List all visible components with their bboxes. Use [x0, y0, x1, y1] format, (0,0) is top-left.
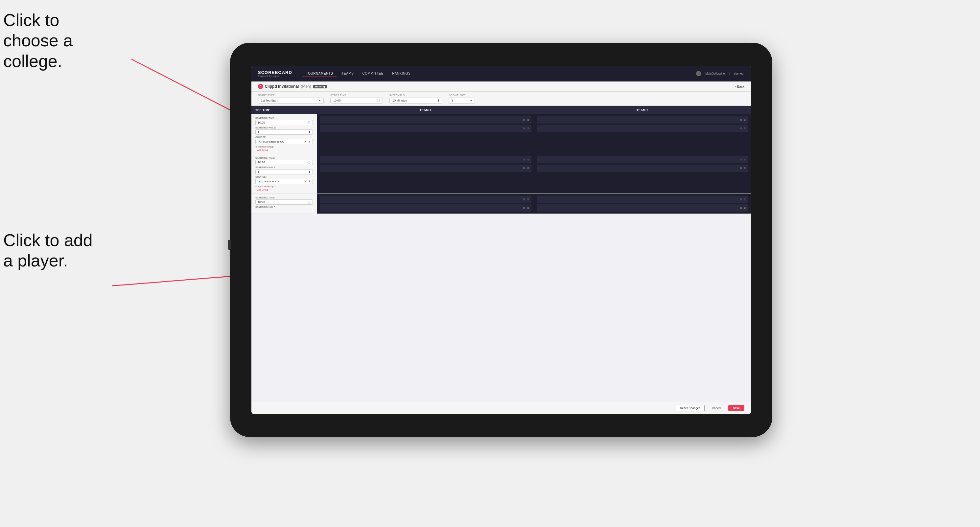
- team2-cell-1: ✕ ⬍ ✕ ⬍: [534, 114, 751, 154]
- slot-expand-icon-8[interactable]: ⬍: [744, 167, 746, 170]
- start-type-label: Start Type: [258, 94, 324, 97]
- slot-close-icon-11[interactable]: ✕: [740, 198, 742, 201]
- back-button[interactable]: ‹ Back: [735, 85, 745, 88]
- player-slot-3-1[interactable]: ✕ ⬍: [320, 156, 531, 163]
- slot-expand-icon-5[interactable]: ⬍: [527, 158, 530, 161]
- nav-tournaments[interactable]: TOURNAMENTS: [302, 70, 337, 77]
- slot-expand-icon-9[interactable]: ⬍: [527, 198, 530, 201]
- cancel-button[interactable]: Cancel: [708, 405, 725, 411]
- group-left-1: STARTING TIME: 10:00 🕙 STARTING HOLE: 1 …: [251, 114, 317, 154]
- starting-hole-label-2: STARTING HOLE:: [255, 166, 313, 168]
- slot-expand-icon-12[interactable]: ⬍: [744, 206, 746, 210]
- slot-expand-icon-7[interactable]: ⬍: [744, 158, 746, 161]
- slot-expand-icon[interactable]: ⬍: [527, 118, 530, 122]
- user-email: blair@clippd.io: [705, 72, 725, 75]
- player-slot-1-2[interactable]: ✕ ⬍: [320, 125, 531, 132]
- player-slot-5-1[interactable]: ✕ ⬍: [320, 196, 531, 203]
- scroll-area[interactable]: STARTING TIME: 10:00 🕙 STARTING HOLE: 1 …: [251, 114, 751, 402]
- group-left-2: STARTING TIME: 10:10 🕙 STARTING HOLE: 1 …: [251, 154, 317, 194]
- starting-time-input-1[interactable]: 10:00 🕙: [255, 120, 313, 125]
- remove-group-link-1[interactable]: ↺ Remove Group: [255, 146, 313, 148]
- chevron-icon-course-1: ⬍: [308, 140, 310, 143]
- annotation-choose-college: Click to choose a college.: [3, 10, 115, 71]
- chevron-icon-1: ⬍: [308, 131, 310, 134]
- starting-time-input-2[interactable]: 10:10 🕙: [255, 160, 313, 165]
- group-actions-1: ↺ Remove Group + Add Group: [255, 146, 313, 151]
- slot-close-icon-5[interactable]: ✕: [523, 158, 525, 161]
- annotation-add-player: Click to add a player.: [3, 230, 102, 271]
- settings-row: Start Type 1st Tee Start ▾ Start Time 10…: [251, 92, 751, 106]
- player-slot-4-2[interactable]: ✕ ⬍: [537, 165, 748, 172]
- player-slot-6-2[interactable]: ✕ ⬍: [537, 204, 748, 211]
- slot-expand-icon-10[interactable]: ⬍: [527, 206, 530, 210]
- group-size-field: Group Size 3 ▾: [449, 94, 475, 103]
- close-icon-2[interactable]: ✕: [304, 180, 307, 183]
- nav-teams[interactable]: TEAMS: [337, 70, 358, 77]
- slot-expand-icon-3[interactable]: ⬍: [744, 118, 746, 122]
- group-left-3: STARTING TIME: 10:20 🕙 STARTING HOLE:: [251, 194, 317, 214]
- add-group-link-2[interactable]: + Add Group: [255, 189, 313, 191]
- logo-main-text: SCOREBOARD: [258, 70, 292, 75]
- add-group-link-1[interactable]: + Add Group: [255, 149, 313, 151]
- course-select-2[interactable]: EL East Lake GC ✕ ⬍: [255, 179, 313, 184]
- player-slot-6-1[interactable]: ✕ ⬍: [537, 196, 748, 203]
- col-team2: Team 2: [534, 106, 751, 114]
- tablet-side-button: [228, 240, 231, 250]
- slot-expand-icon-11[interactable]: ⬍: [744, 198, 746, 201]
- slot-close-icon-10[interactable]: ✕: [523, 206, 525, 210]
- clock-icon-2: 🕙: [307, 161, 310, 164]
- main-nav: TOURNAMENTS TEAMS COMMITTEE RANKINGS: [302, 70, 696, 77]
- slot-close-icon-7[interactable]: ✕: [740, 158, 742, 161]
- player-slot-5-2[interactable]: ✕ ⬍: [320, 204, 531, 211]
- course-badge-2: EL: [258, 180, 263, 183]
- slot-close-icon-8[interactable]: ✕: [740, 167, 742, 170]
- table-header: Tee Time Team 1 Team 2: [251, 106, 751, 114]
- slot-close-icon[interactable]: ✕: [523, 118, 525, 122]
- separator: |: [729, 72, 730, 75]
- nav-rankings[interactable]: RANKINGS: [388, 70, 414, 77]
- starting-time-label-3: STARTING TIME:: [255, 197, 313, 199]
- slot-close-icon-2[interactable]: ✕: [523, 127, 525, 130]
- bottom-actions: Reset Changes Cancel Save: [251, 402, 751, 414]
- clock-icon-3: 🕙: [307, 201, 310, 204]
- remove-group-link-2[interactable]: ↺ Remove Group: [255, 185, 313, 188]
- group-size-label: Group Size: [449, 94, 475, 97]
- save-button[interactable]: Save: [728, 405, 745, 411]
- starting-hole-label-3: STARTING HOLE:: [255, 206, 313, 208]
- group-size-select[interactable]: 3 ▾: [449, 98, 475, 103]
- clock-icon: 🕙: [376, 99, 380, 102]
- slot-expand-icon-4[interactable]: ⬍: [744, 127, 746, 130]
- slot-expand-icon-6[interactable]: ⬍: [527, 167, 530, 170]
- table-row: STARTING TIME: 10:20 🕙 STARTING HOLE: ✕ …: [251, 194, 751, 214]
- player-slot-3-2[interactable]: ✕ ⬍: [320, 165, 531, 172]
- starting-hole-input-1[interactable]: 1 ⬍: [255, 129, 313, 135]
- player-slot-4-1[interactable]: ✕ ⬍: [537, 156, 748, 163]
- reset-button[interactable]: Reset Changes: [676, 405, 705, 411]
- slot-expand-icon-2[interactable]: ⬍: [527, 127, 530, 130]
- slot-close-icon-4[interactable]: ✕: [740, 127, 742, 130]
- nav-committee[interactable]: COMMITTEE: [358, 70, 387, 77]
- course-name-2: East Lake GC: [264, 180, 303, 183]
- player-slot-2-1[interactable]: ✕ ⬍: [537, 116, 748, 124]
- close-icon-1[interactable]: ✕: [304, 140, 307, 143]
- course-select-1[interactable]: A (A) Peachtree GC ✕ ⬍: [255, 139, 313, 144]
- starting-time-label-1: STARTING TIME:: [255, 117, 313, 119]
- player-slot-1-1[interactable]: ✕ ⬍: [320, 116, 531, 124]
- start-type-select[interactable]: 1st Tee Start ▾: [258, 98, 324, 103]
- player-slot-2-2[interactable]: ✕ ⬍: [537, 125, 748, 132]
- start-type-field: Start Type 1st Tee Start ▾: [258, 94, 324, 103]
- table-row: STARTING TIME: 10:00 🕙 STARTING HOLE: 1 …: [251, 114, 751, 154]
- slot-close-icon-9[interactable]: ✕: [523, 198, 525, 201]
- intervals-select[interactable]: 10 Minutes ℹ: [390, 98, 442, 103]
- clock-icon-1: 🕙: [307, 121, 310, 124]
- slot-close-icon-3[interactable]: ✕: [740, 118, 742, 122]
- start-time-label: Start Time: [330, 94, 383, 97]
- tournament-name: Clippd Invitational: [264, 84, 299, 89]
- sign-out-link[interactable]: Sign out: [733, 72, 745, 75]
- start-time-select[interactable]: 10:00 🕙: [330, 98, 383, 103]
- slot-close-icon-6[interactable]: ✕: [523, 167, 525, 170]
- starting-hole-input-2[interactable]: 1 ⬍: [255, 169, 313, 175]
- info-icon: ℹ: [438, 99, 439, 102]
- slot-close-icon-12[interactable]: ✕: [740, 206, 742, 210]
- starting-time-input-3[interactable]: 10:20 🕙: [255, 200, 313, 205]
